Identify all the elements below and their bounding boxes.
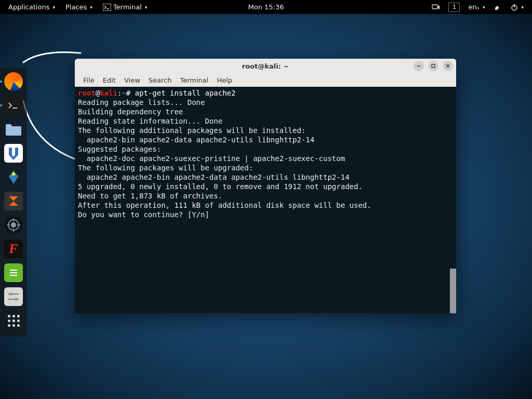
dock-maltego[interactable] xyxy=(3,214,24,236)
top-panel: Applications▾ Places▾ Terminal▾ Mon 15:3… xyxy=(0,0,532,14)
tweaks-icon xyxy=(4,287,23,306)
burp-icon xyxy=(4,192,23,210)
terminal-line: The following packages will be upgraded: xyxy=(78,164,253,172)
prompt-at: @ xyxy=(96,89,100,97)
chevron-down-icon: ▾ xyxy=(483,5,485,10)
maltego-icon xyxy=(4,216,23,234)
dock-faraday[interactable]: F xyxy=(3,238,24,260)
applications-menu[interactable]: Applications▾ xyxy=(4,1,59,13)
metasploit-icon xyxy=(4,144,23,163)
terminal-command: apt-get install apache2 xyxy=(130,89,235,97)
color-picker-icon[interactable] xyxy=(490,2,506,13)
svg-point-6 xyxy=(11,222,16,228)
keyboard-layout[interactable]: en₁▾ xyxy=(464,1,489,13)
armitage-icon xyxy=(4,168,23,187)
dock-files[interactable] xyxy=(3,118,24,140)
maximize-button[interactable] xyxy=(428,61,438,71)
dock-firefox[interactable] xyxy=(3,71,24,92)
dock: F xyxy=(0,68,27,337)
minimize-button[interactable] xyxy=(414,61,424,71)
menu-terminal[interactable]: Terminal xyxy=(176,75,212,86)
menu-edit[interactable]: Edit xyxy=(99,75,120,86)
terminal-line: Reading state information... Done xyxy=(78,117,222,125)
svg-rect-1 xyxy=(432,5,437,9)
workspace-number: 1 xyxy=(453,4,456,10)
chevron-down-icon: ▾ xyxy=(52,5,55,10)
terminal-icon xyxy=(4,96,23,115)
svg-point-4 xyxy=(12,172,15,176)
titlebar[interactable]: root@kali: ~ xyxy=(75,59,456,73)
prompt-host: kali xyxy=(100,89,117,97)
applications-label: Applications xyxy=(8,3,49,11)
terminal-line: The following additional packages will b… xyxy=(78,126,305,135)
faraday-icon: F xyxy=(4,240,23,258)
chevron-down-icon: ▾ xyxy=(90,5,92,10)
keyboard-layout-label: en₁ xyxy=(468,3,479,11)
terminal-line: 5 upgraded, 0 newly installed, 0 to remo… xyxy=(78,182,363,191)
power-menu[interactable]: ▾ xyxy=(507,2,528,13)
terminal-line: After this operation, 111 kB of addition… xyxy=(78,201,371,209)
menubar: File Edit View Search Terminal Help xyxy=(75,73,456,87)
dock-leafpad[interactable] xyxy=(3,262,24,284)
svg-rect-15 xyxy=(432,64,435,68)
dock-terminal[interactable] xyxy=(3,95,24,116)
dock-tweaks[interactable] xyxy=(3,286,24,308)
places-menu[interactable]: Places▾ xyxy=(61,1,97,13)
terminal-output[interactable]: root@kali:~# apt-get install apache2 Rea… xyxy=(75,87,456,313)
terminal-line: apache2 apache2-bin apache2-data apache2… xyxy=(78,173,350,181)
menu-search[interactable]: Search xyxy=(144,75,176,86)
prompt-hash: # xyxy=(126,89,130,97)
firefox-icon xyxy=(4,72,23,91)
dock-show-apps[interactable] xyxy=(3,310,24,331)
window-title: root@kali: ~ xyxy=(242,62,289,70)
menu-help[interactable]: Help xyxy=(212,75,236,86)
decorative-swoosh xyxy=(21,47,83,68)
close-button[interactable] xyxy=(443,61,453,71)
terminal-window: root@kali: ~ File Edit View Search Termi… xyxy=(75,59,456,313)
prompt-path: ~ xyxy=(122,89,126,97)
prompt-user: root xyxy=(78,89,96,97)
terminal-line: Need to get 1,873 kB of archives. xyxy=(78,192,222,200)
svg-rect-0 xyxy=(103,4,111,11)
svg-point-13 xyxy=(15,298,18,301)
dock-metasploit[interactable] xyxy=(3,142,24,164)
dock-armitage[interactable] xyxy=(3,166,24,188)
dock-burp[interactable] xyxy=(3,190,24,212)
terminal-line: Suggested packages: xyxy=(78,145,161,153)
clock-label: Mon 15:36 xyxy=(248,3,284,11)
screencast-icon[interactable] xyxy=(428,2,444,13)
chevron-down-icon: ▾ xyxy=(521,5,524,10)
terminal-app-label: Terminal xyxy=(113,3,142,11)
svg-point-11 xyxy=(9,292,12,296)
terminal-line: apache2-bin apache2-data apache2-utils l… xyxy=(78,136,314,144)
terminal-line: Reading package lists... Done xyxy=(78,98,205,107)
chevron-down-icon: ▾ xyxy=(145,5,148,10)
terminal-icon xyxy=(103,3,111,11)
terminal-appmenu[interactable]: Terminal▾ xyxy=(99,1,151,14)
terminal-line: Do you want to continue? [Y/n] xyxy=(78,210,214,219)
terminal-line: apache2-doc apache2-suexec-pristine | ap… xyxy=(78,154,345,163)
places-label: Places xyxy=(65,3,87,11)
show-apps-icon xyxy=(4,311,23,330)
files-icon xyxy=(4,120,23,139)
terminal-line: Building dependency tree xyxy=(78,108,183,116)
clock[interactable]: Mon 15:36 xyxy=(244,1,288,13)
decorative-swoosh xyxy=(21,99,83,166)
menu-view[interactable]: View xyxy=(120,75,144,86)
leafpad-icon xyxy=(4,263,23,282)
workspace-indicator[interactable]: 1 xyxy=(448,3,460,12)
menu-file[interactable]: File xyxy=(79,75,99,86)
